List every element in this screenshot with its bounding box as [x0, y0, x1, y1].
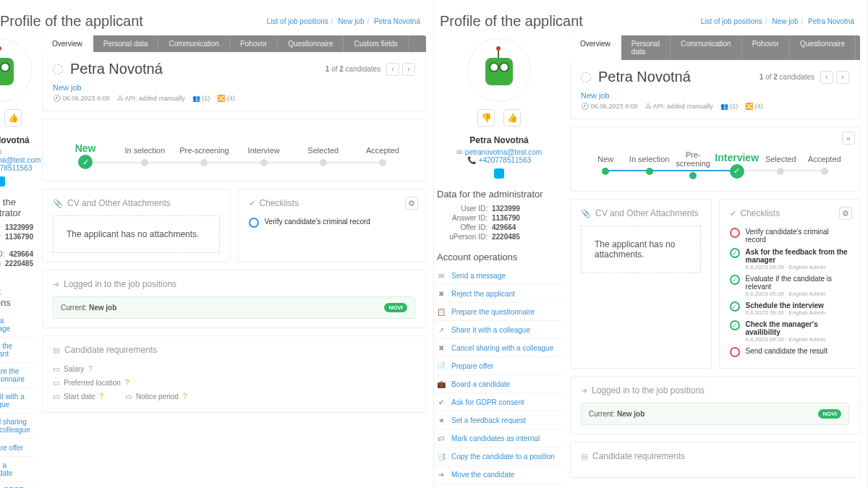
- op-share[interactable]: ↗Share it with a colleague: [434, 321, 564, 339]
- collapse-button[interactable]: «: [842, 132, 855, 145]
- requirements-card: ▤Candidate requirements: [570, 442, 860, 478]
- prev-candidate-button[interactable]: ‹: [820, 71, 833, 84]
- op-gdpr[interactable]: ✔Ask for GDPR consent: [434, 393, 564, 411]
- tab-personal[interactable]: Personal data: [621, 35, 671, 60]
- req-notice: ▭ Notice period ?: [125, 390, 187, 403]
- tab-communication[interactable]: Communication: [671, 35, 741, 60]
- api-icon: 🖧: [117, 95, 124, 102]
- current-jobs-row[interactable]: Current: New job NOVI: [581, 403, 849, 425]
- stage-selected[interactable]: Selected: [759, 155, 802, 175]
- share-icon: ↗: [437, 325, 446, 334]
- stage-accepted[interactable]: Accepted: [803, 155, 846, 175]
- op-gdpr[interactable]: ✔Ask for GDPR consent: [0, 482, 36, 488]
- op-reject[interactable]: ✖Reject the applicant: [0, 338, 36, 363]
- op-send-message[interactable]: ✉Send a message: [434, 267, 564, 285]
- checklist-item[interactable]: Schedule the interview6.6.2023 09:26 · E…: [730, 299, 850, 318]
- help-icon[interactable]: ?: [88, 365, 93, 373]
- tab-pohovor[interactable]: Pohovor: [230, 35, 278, 52]
- logged-card: ➜Logged in to the job positions Current:…: [42, 270, 426, 328]
- checklist-item[interactable]: Evaluate if the candidate is relevant6.6…: [730, 273, 850, 299]
- applicant-phone[interactable]: 📞+420778511563: [0, 164, 36, 172]
- badge-novi: NOVI: [818, 409, 841, 419]
- attachments-card: 📎CV and Other Attachments The applicant …: [42, 189, 231, 262]
- help-icon[interactable]: ?: [125, 379, 129, 387]
- op-send-message[interactable]: ✉Send a message: [0, 312, 36, 338]
- tab-communication[interactable]: Communication: [158, 35, 229, 52]
- admin-data-heading: Data for the administrator: [437, 189, 564, 200]
- tabbar: Overview Personal data Communication Poh…: [570, 35, 860, 60]
- op-board[interactable]: 💼Board a candidate: [434, 375, 564, 393]
- op-prepare-offer[interactable]: 📄Prepare offer: [434, 357, 564, 375]
- job-link[interactable]: New job: [581, 91, 610, 100]
- checklist-item[interactable]: Ask for the feedback from the manager6.6…: [730, 246, 850, 273]
- checklist-item[interactable]: Verify candidate's criminal record: [249, 215, 416, 230]
- avatar: [467, 38, 531, 102]
- op-cancel-share[interactable]: ✖Cancel sharing with a colleague: [0, 414, 36, 439]
- mail-icon: ✉: [437, 271, 446, 280]
- crumb-2[interactable]: Petra Novotná: [374, 17, 420, 25]
- crumb-2[interactable]: Petra Novotná: [808, 17, 854, 25]
- op-cancel-share[interactable]: ✖Cancel sharing with a colleague: [434, 339, 564, 357]
- account-ops-heading: Account operations: [0, 286, 36, 308]
- stage-new[interactable]: New: [584, 155, 627, 175]
- copy-icon: 📑: [437, 452, 446, 461]
- gear-icon[interactable]: [581, 72, 591, 82]
- stage-interview[interactable]: Interview: [715, 152, 759, 179]
- job-link[interactable]: New job: [53, 83, 82, 92]
- skype-icon[interactable]: [0, 176, 5, 187]
- thumbs-up-button[interactable]: 👍: [503, 109, 521, 127]
- prev-candidate-button[interactable]: ‹: [386, 63, 399, 76]
- help-icon[interactable]: ?: [183, 393, 187, 401]
- op-mark-internal[interactable]: 🏷Mark candidates as internal: [434, 429, 564, 448]
- stage-selection[interactable]: In selection: [627, 155, 671, 175]
- breadcrumb: List of job positions/ New job/ Petra No…: [701, 17, 854, 25]
- attachment-icon: 📎: [53, 199, 63, 208]
- meta-row: 🕘 06.06.2023 9:08 🖧 API: added manually …: [581, 103, 849, 110]
- crumb-1[interactable]: New job: [338, 17, 364, 25]
- checklist-item[interactable]: Send candidate the result: [730, 345, 850, 359]
- skype-icon[interactable]: [494, 168, 504, 179]
- applicant-email[interactable]: ✉petranovotna@test.com: [434, 148, 564, 156]
- op-feedback[interactable]: ★Set a feedback request: [434, 411, 564, 429]
- op-copy[interactable]: 📑Copy the candidate to a position: [434, 448, 564, 466]
- op-reject[interactable]: ✖Reject the applicant: [434, 285, 564, 303]
- candidate-counter: 1 of 2 candidates: [326, 65, 380, 73]
- op-questionnaire[interactable]: 📋Prepare the questionnaire: [434, 303, 564, 321]
- current-jobs-row[interactable]: Current: New job NOVI: [53, 296, 415, 319]
- thumbs-down-button[interactable]: 👎: [477, 109, 495, 127]
- op-prepare-offer[interactable]: 📄Prepare offer: [0, 439, 36, 457]
- op-share[interactable]: ↗Share it with a colleague: [0, 388, 36, 414]
- gear-icon[interactable]: [53, 64, 63, 74]
- tab-pohovor[interactable]: Pohovor: [742, 35, 790, 60]
- tab-custom[interactable]: Custom fields: [856, 35, 860, 60]
- stage-prescreening[interactable]: Pre-screening: [671, 150, 715, 179]
- tab-overview[interactable]: Overview: [42, 35, 93, 52]
- tab-questionnaire[interactable]: Questionnaire: [790, 35, 856, 60]
- op-questionnaire[interactable]: 📋Prepare the questionnaire: [0, 363, 36, 388]
- tab-questionnaire[interactable]: Questionnaire: [278, 35, 344, 52]
- crumb-0[interactable]: List of job positions: [267, 17, 328, 25]
- tab-overview[interactable]: Overview: [570, 35, 621, 60]
- next-candidate-button[interactable]: ›: [836, 71, 849, 84]
- checklist-settings-button[interactable]: ⚙: [839, 207, 852, 220]
- op-move[interactable]: ➜Move the candidate: [434, 466, 564, 484]
- next-candidate-button[interactable]: ›: [402, 63, 415, 76]
- checklist-item[interactable]: Verify candidate's criminal record: [730, 226, 850, 246]
- crumb-0[interactable]: List of job positions: [701, 17, 762, 25]
- meta-row: 🕘 06.06.2023 9:08 🖧 API: added manually …: [53, 95, 415, 102]
- applicant-phone[interactable]: 📞+420778511563: [434, 156, 564, 164]
- stage-new[interactable]: New: [56, 142, 115, 169]
- op-public-card[interactable]: 🔗Share the applicant's public card: [434, 484, 564, 488]
- thumbs-up-button[interactable]: 👍: [4, 109, 22, 127]
- login-icon: ➜: [53, 280, 59, 289]
- checklist-item[interactable]: Check the manager's availibility6.6.2023…: [730, 318, 850, 345]
- applicant-email[interactable]: ✉petranovotna@test.com: [0, 148, 36, 164]
- account-ops-heading: Account operations: [437, 252, 564, 262]
- tab-personal[interactable]: Personal data: [93, 35, 159, 52]
- checklist-settings-button[interactable]: ⚙: [405, 197, 418, 210]
- crumb-1[interactable]: New job: [772, 17, 798, 25]
- help-icon[interactable]: ?: [99, 393, 103, 401]
- stages-card: « New In selection Pre-screening Intervi…: [570, 127, 860, 192]
- tab-custom[interactable]: Custom fields: [344, 35, 409, 52]
- op-board[interactable]: 💼Board a candidate: [0, 457, 36, 482]
